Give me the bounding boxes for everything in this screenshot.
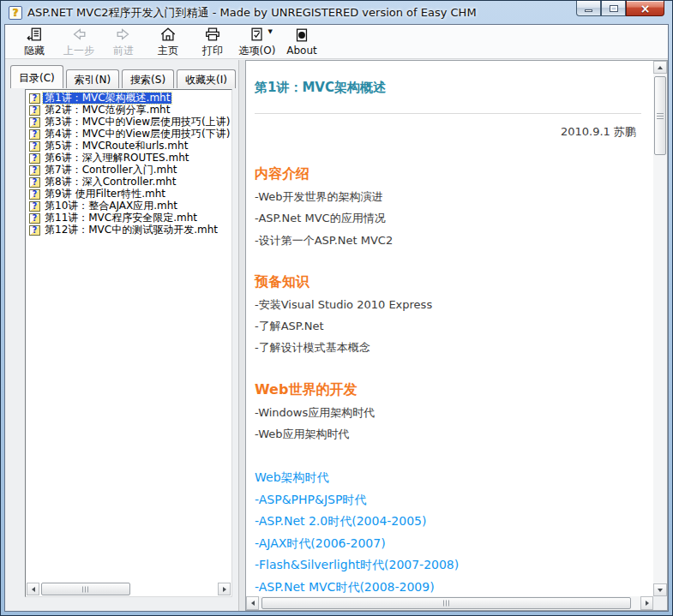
tree-item-label: 第12讲：MVC中的测试驱动开发.mht <box>43 224 219 236</box>
content-block: -ASP.Net MVC时代(2008-2009) <box>255 580 643 595</box>
tree-item[interactable]: ? 第4讲：MVC中的View层使用技巧(下讲) <box>28 129 231 140</box>
help-topic-icon: ? <box>29 201 40 212</box>
app-window: ? ASP.NET MVC2程序开发入门到精通 - Made by UNREGI… <box>0 0 673 616</box>
minimize-icon <box>585 9 592 12</box>
scroll-up-button[interactable] <box>653 61 667 74</box>
scroll-right-button[interactable] <box>218 583 231 595</box>
toolbar-button-printer[interactable]: ▼ 打印 <box>190 26 235 58</box>
nav-tab-label: 索引(N) <box>75 74 111 86</box>
tree-item-label: 第3讲：MVC中的View层使用技巧(上讲) <box>43 117 231 128</box>
tree-item[interactable]: ? 第11讲：MVC程序安全限定.mht <box>28 212 231 224</box>
triangle-left-icon <box>32 587 35 592</box>
nav-tab[interactable]: 目录(C) <box>10 65 63 88</box>
nav-tab[interactable]: 收藏夹(I) <box>177 69 236 88</box>
arrow-left-icon <box>70 26 87 43</box>
triangle-left-icon <box>251 601 255 606</box>
arrow-right-icon <box>115 26 132 43</box>
tree-item[interactable]: ? 第10讲：整合AJAX应用.mht <box>28 200 231 212</box>
nav-tab[interactable]: 索引(N) <box>66 69 119 88</box>
tree-item[interactable]: ? 第2讲：MVC范例分享.mht <box>28 105 231 116</box>
content-block: -Web应用架构时代 <box>255 428 643 441</box>
tree-item-label: 第11讲：MVC程序安全限定.mht <box>43 212 199 224</box>
help-topic-icon: ? <box>29 129 40 140</box>
toolbar-button-hide-pane[interactable]: ▼ 隐藏 <box>12 26 57 58</box>
tree-item[interactable]: ? 第7讲：Controller入门.mht <box>28 164 231 176</box>
toolbar-button-options[interactable]: ▼ 选项(O) <box>235 26 279 58</box>
toolbar-button-label: 隐藏 <box>24 44 45 58</box>
tree-item[interactable]: ? 第8讲：深入Controller.mht <box>28 176 231 188</box>
content-block: -了解设计模式基本概念 <box>255 341 643 355</box>
nav-tab-label: 搜索(S) <box>130 74 165 86</box>
tree-item-label: 第6讲：深入理解ROUTES.mht <box>43 153 191 164</box>
tree-item[interactable]: ? 第5讲：MVCRoute和urls.mht <box>28 141 231 152</box>
content-block: -AJAX时代(2006-2007) <box>255 536 643 552</box>
content-block: Web世界的开发 <box>255 381 643 398</box>
help-topic-icon: ? <box>29 213 40 224</box>
tree-item[interactable]: ? 第1讲：MVC架构概述.mht <box>28 93 231 104</box>
triangle-right-icon <box>646 601 649 606</box>
scroll-down-button[interactable] <box>653 583 667 596</box>
tree-item-label: 第4讲：MVC中的View层使用技巧(下讲) <box>43 129 231 140</box>
maximize-button[interactable] <box>601 1 626 16</box>
pane-splitter[interactable] <box>238 60 245 611</box>
tree-item[interactable]: ? 第12讲：MVC中的测试驱动开发.mht <box>28 224 231 236</box>
close-icon: × <box>640 2 651 15</box>
scroll-left-button[interactable] <box>246 596 259 610</box>
content-block: -设计第一个ASP.Net MVC2 <box>255 234 643 248</box>
triangle-right-icon <box>223 587 226 592</box>
document: 第1讲：MVC架构概述 2010.9.1 苏鹏 内容介绍 -Web开发世界的架构… <box>246 61 653 596</box>
minimize-button[interactable] <box>576 1 601 16</box>
about-icon <box>293 27 310 44</box>
content-block: -安装Visual Studio 2010 Express <box>255 298 643 312</box>
content-block: -Web开发世界的架构演进 <box>255 190 643 204</box>
tree-item-label: 第7讲：Controller入门.mht <box>43 164 178 176</box>
scroll-right-button[interactable] <box>640 596 653 610</box>
toolbar-button-label: About <box>286 45 316 57</box>
toolbar-button-label: 打印 <box>202 44 223 58</box>
tree-item[interactable]: ? 第9讲 使用Filter特性.mht <box>28 188 231 200</box>
vscroll-thumb[interactable] <box>654 76 666 155</box>
help-topic-icon: ? <box>29 189 40 200</box>
help-topic-icon: ? <box>29 105 40 116</box>
triangle-down-icon <box>658 589 663 592</box>
printer-icon <box>204 26 221 43</box>
content-block: -了解ASP.Net <box>255 320 643 333</box>
nav-tab[interactable]: 搜索(S) <box>122 69 174 88</box>
tree-horizontal-scrollbar[interactable] <box>27 583 231 595</box>
tree-item[interactable]: ? 第3讲：MVC中的View层使用技巧(上讲) <box>28 117 231 128</box>
home-icon <box>159 26 177 43</box>
tree-item-label: 第10讲：整合AJAX应用.mht <box>43 200 179 212</box>
window-controls: × <box>576 1 664 16</box>
tree-item-label: 第1讲：MVC架构概述.mht <box>43 93 171 104</box>
content-block: -Windows应用架构时代 <box>255 406 643 420</box>
help-topic-icon: ? <box>29 93 40 104</box>
nav-tab-label: 目录(C) <box>19 72 55 84</box>
toolbar-button-home[interactable]: ▼ 主页 <box>146 26 190 58</box>
content-block: 内容介绍 <box>255 165 643 182</box>
help-topic-icon: ? <box>29 165 40 176</box>
tree-item[interactable]: ? 第6讲：深入理解ROUTES.mht <box>28 153 231 164</box>
toolbar-button-label: 主页 <box>158 44 178 58</box>
tree-item-label: 第9讲 使用Filter特性.mht <box>43 188 167 200</box>
help-topic-icon: ? <box>29 141 40 152</box>
main-area: 目录(C) 索引(N) 搜索(S) 收藏夹(I) <box>5 60 668 611</box>
divider <box>255 113 641 114</box>
window-title: ASP.NET MVC2程序开发入门到精通 - Made by UNREGIST… <box>27 5 477 21</box>
content-block: Web架构时代 <box>255 470 643 486</box>
tree-hscroll-thumb[interactable] <box>41 583 130 595</box>
content-hscroll-thumb[interactable] <box>261 597 631 609</box>
help-topic-icon: ? <box>29 177 40 188</box>
help-file-icon: ? <box>9 6 22 20</box>
content-block: -ASP.Net 2.0时代(2004-2005) <box>255 514 643 529</box>
scrollbar-corner <box>653 596 667 610</box>
tree-item-label: 第8讲：深入Controller.mht <box>43 176 177 188</box>
close-button[interactable]: × <box>626 1 664 16</box>
scroll-left-button[interactable] <box>27 583 39 595</box>
toolbar-button-label: 前进 <box>113 44 134 58</box>
toolbar-button-about[interactable]: ▼ About <box>279 26 324 58</box>
triangle-up-icon <box>658 66 663 69</box>
content-block: -Flash&Silverlight时代(2007-2008) <box>255 558 643 573</box>
content-vertical-scrollbar[interactable] <box>653 61 667 596</box>
document-body: 内容介绍 -Web开发世界的架构演进 -ASP.Net MVC的应用情况 -设计… <box>255 165 643 595</box>
content-horizontal-scrollbar[interactable] <box>246 596 653 610</box>
